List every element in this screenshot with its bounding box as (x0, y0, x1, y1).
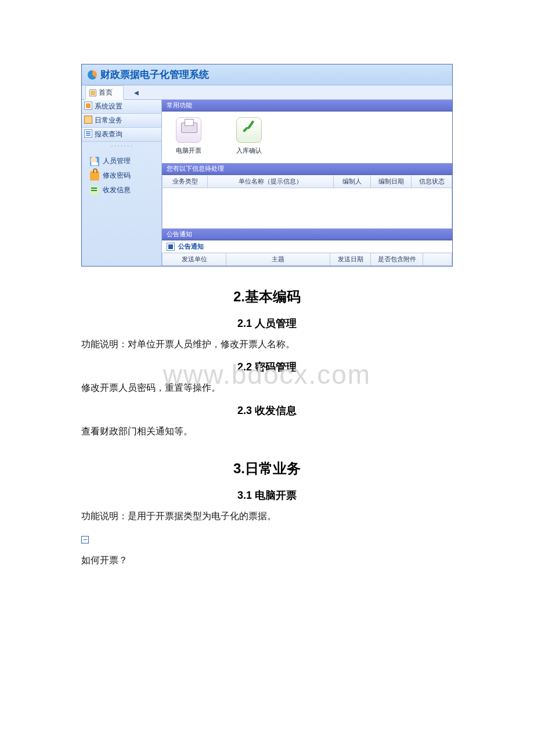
document-body: 2.基本编码 2.1 人员管理 功能说明：对单位开票人员维护，修改开票人名称。 … (81, 267, 453, 568)
checkmark-icon (236, 117, 262, 143)
tab-home[interactable]: 首页 (85, 85, 124, 100)
lock-icon (90, 171, 99, 181)
sidebar-group-label: 报表查询 (95, 130, 122, 138)
main-area: 常用功能 电脑开票 入库确认 您有以下信息待处理 (162, 100, 452, 266)
sidebar-item-label: 人员管理 (103, 156, 131, 166)
heading-3: 3.日常业务 (81, 459, 453, 478)
collapse-icon[interactable]: − (81, 536, 89, 543)
daily-icon (84, 116, 92, 124)
tab-home-label: 首页 (99, 88, 113, 98)
heading-2-1: 2.1 人员管理 (81, 316, 453, 330)
sidebar-group-report[interactable]: 报表查询 (82, 128, 161, 142)
col-unit: 单位名称（提示信息） (208, 175, 334, 188)
printer-icon (176, 117, 201, 143)
collapse-sidebar-icon[interactable]: ◀ (134, 89, 139, 96)
col-send-date: 发送日期 (330, 253, 371, 266)
col-type: 业务类型 (163, 175, 208, 188)
col-blank (423, 253, 452, 266)
sidebar: 系统设置 日常业务 报表查询 · · · · · · · 人员管理 (82, 100, 162, 266)
paragraph: 查看财政部门相关通知等。 (81, 423, 453, 439)
shortcut-label: 入库确认 (230, 146, 268, 155)
announce-link[interactable]: 公告通知 (178, 242, 204, 251)
people-icon (90, 157, 99, 166)
panel-head-announce: 公告通知 (162, 229, 452, 240)
shortcut-confirm[interactable]: 入库确认 (230, 117, 268, 155)
paragraph: 修改开票人员密码，重置等操作。 (81, 380, 453, 395)
pending-table-body (162, 188, 452, 229)
sidebar-group-settings[interactable]: 系统设置 (82, 100, 161, 114)
col-attach: 是否包含附件 (371, 253, 423, 266)
shortcut-print[interactable]: 电脑开票 (170, 117, 207, 155)
sidebar-item-label: 收发信息 (103, 185, 131, 195)
report-icon (84, 129, 92, 138)
sidebar-group-label: 系统设置 (95, 102, 122, 110)
pending-table: 业务类型 单位名称（提示信息） 编制人 编制日期 信息状态 (162, 175, 452, 188)
heading-2-2: 2.2 密码管理 (81, 360, 453, 374)
app-screenshot: 财政票据电子化管理系统 首页 ◀ 系统设置 日常业务 报 (81, 64, 453, 267)
panel-head-common: 常用功能 (162, 100, 452, 111)
notice-icon (167, 243, 175, 251)
table-header-row: 发送单位 主题 发送日期 是否包含附件 (163, 253, 452, 266)
message-icon (90, 186, 99, 195)
col-subject: 主题 (226, 253, 330, 266)
settings-icon (84, 102, 92, 110)
heading-3-1: 3.1 电脑开票 (81, 488, 453, 502)
app-titlebar: 财政票据电子化管理系统 (82, 64, 452, 85)
sidebar-item-message[interactable]: 收发信息 (82, 183, 161, 197)
paragraph: 如何开票？ (81, 552, 453, 568)
col-date: 编制日期 (371, 175, 412, 188)
app-title: 财政票据电子化管理系统 (100, 68, 209, 81)
panel-head-pending: 您有以下信息待处理 (162, 163, 452, 175)
home-icon (89, 89, 96, 96)
sidebar-group-daily[interactable]: 日常业务 (82, 114, 161, 128)
app-logo-icon (88, 70, 97, 80)
col-send-unit: 发送单位 (163, 253, 226, 266)
sidebar-item-people[interactable]: 人员管理 (82, 154, 161, 168)
sidebar-separator: · · · · · · · (82, 142, 161, 150)
announce-table: 发送单位 主题 发送日期 是否包含附件 (162, 253, 452, 266)
tab-strip: 首页 ◀ (82, 85, 452, 100)
sidebar-group-label: 日常业务 (95, 116, 122, 124)
col-author: 编制人 (334, 175, 371, 188)
paragraph: 功能说明：是用于开票据类型为电子化的票据。 (81, 508, 453, 524)
paragraph: 功能说明：对单位开票人员维护，修改开票人名称。 (81, 336, 453, 352)
heading-2: 2.基本编码 (81, 287, 453, 306)
table-header-row: 业务类型 单位名称（提示信息） 编制人 编制日期 信息状态 (163, 175, 452, 188)
sidebar-item-password[interactable]: 修改密码 (82, 168, 161, 183)
shortcut-label: 电脑开票 (170, 146, 207, 155)
sidebar-item-label: 修改密码 (103, 171, 131, 181)
heading-2-3: 2.3 收发信息 (81, 404, 453, 417)
col-status: 信息状态 (412, 175, 452, 188)
